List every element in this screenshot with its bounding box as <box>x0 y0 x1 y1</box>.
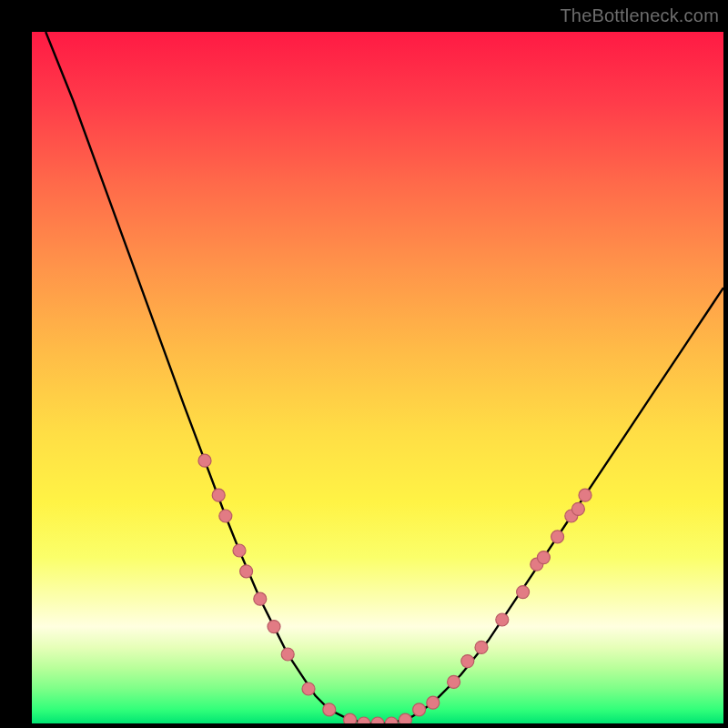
curve-marker <box>358 717 370 723</box>
chart-plot-area <box>32 32 723 723</box>
curve-marker <box>461 655 474 668</box>
curve-marker <box>551 531 564 543</box>
curve-marker <box>427 696 440 709</box>
curve-marker <box>233 544 246 557</box>
watermark-text: TheBottleneck.com <box>560 5 719 26</box>
curve-marker <box>219 510 232 522</box>
curve-marker <box>413 703 426 716</box>
curve-marker <box>240 565 253 578</box>
curve-marker <box>448 675 460 688</box>
curve-marker <box>475 641 488 653</box>
curve-marker <box>371 717 384 723</box>
curve-marker <box>281 648 294 661</box>
bottleneck-curve-path <box>46 32 723 723</box>
curve-marker <box>537 551 550 564</box>
curve-marker <box>268 621 280 633</box>
marker-group <box>198 454 592 723</box>
curve-marker <box>579 489 592 501</box>
curve-marker <box>344 713 357 723</box>
curve-marker <box>323 703 336 716</box>
curve-marker <box>212 489 225 501</box>
curve-marker <box>517 586 530 599</box>
curve-marker <box>302 682 315 695</box>
curve-marker <box>198 454 211 467</box>
curve-marker <box>496 613 509 626</box>
curve-marker <box>385 717 398 723</box>
curve-marker <box>571 502 584 515</box>
curve-marker <box>254 592 267 605</box>
bottleneck-curve-svg <box>32 32 723 723</box>
curve-marker <box>399 713 411 723</box>
